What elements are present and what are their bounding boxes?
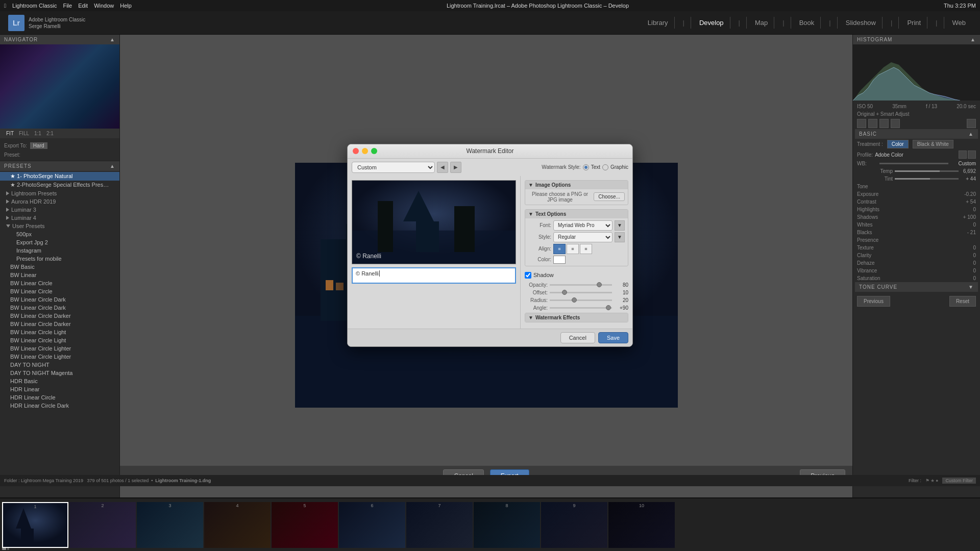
- text-options-header[interactable]: ▼ Text Options: [525, 210, 628, 218]
- align-right-btn[interactable]: ≡: [580, 244, 592, 254]
- filmstrip-thumb-5[interactable]: 5: [272, 502, 338, 548]
- histogram-header[interactable]: Histogram ▲: [853, 35, 980, 44]
- nav-fill[interactable]: FILL: [17, 130, 31, 137]
- preset-mobile[interactable]: Presets for mobile: [0, 255, 119, 263]
- tab-library[interactable]: Library: [642, 17, 675, 29]
- graphic-radio[interactable]: [602, 164, 608, 170]
- preset-item-natural[interactable]: ★ 1- PhotoSerge Natural: [0, 172, 119, 181]
- grid-icon[interactable]: [959, 151, 967, 159]
- nav-1to1[interactable]: 1:1: [32, 130, 43, 137]
- tint-slider[interactable]: [895, 178, 959, 180]
- style-dropdown-icon[interactable]: ▼: [615, 232, 625, 242]
- tab-develop[interactable]: Develop: [693, 17, 730, 29]
- view-icon-3[interactable]: [879, 119, 889, 128]
- preset-bwlc1[interactable]: BW Linear Circle: [0, 279, 119, 287]
- preset-500px[interactable]: 500px: [0, 230, 119, 238]
- radius-slider[interactable]: [550, 299, 612, 301]
- reset-button[interactable]: Reset: [949, 296, 976, 307]
- bw-btn[interactable]: Black & White: [913, 140, 953, 148]
- tab-book[interactable]: Book: [793, 17, 821, 29]
- preset-hdrlcd[interactable]: HDR Linear Circle Dark: [0, 402, 119, 410]
- filmstrip-thumb-7[interactable]: 7: [406, 502, 473, 548]
- minimize-button[interactable]: [362, 148, 368, 154]
- window-menu[interactable]: Window: [94, 3, 114, 9]
- preset-instagram[interactable]: Instagram: [0, 246, 119, 255]
- tab-map[interactable]: Map: [749, 17, 774, 29]
- filmstrip-thumb-3[interactable]: 3: [137, 502, 203, 548]
- filter-flag-icon[interactable]: ⚑: [925, 478, 929, 483]
- navigator-toggle[interactable]: ▲: [110, 37, 115, 42]
- preset-item-special[interactable]: ★ 2-PhotoSerge Special Effects Presets: [0, 181, 119, 189]
- apple-icon[interactable]: : [4, 3, 6, 9]
- app-name[interactable]: Lightroom Classic: [12, 3, 57, 9]
- navigator-header[interactable]: Navigator ▲: [0, 35, 119, 44]
- preset-bwlc2[interactable]: BW Linear Circle: [0, 287, 119, 295]
- preset-bwbasic[interactable]: BW Basic: [0, 263, 119, 271]
- nav-fit[interactable]: FIT: [4, 130, 16, 137]
- color-picker[interactable]: [553, 256, 566, 264]
- preset-bwlcl2[interactable]: BW Linear Circle Light: [0, 336, 119, 344]
- watermark-effects-header[interactable]: ▼ Watermark Effects: [525, 313, 628, 322]
- color-btn[interactable]: Color: [887, 140, 909, 148]
- choose-image-button[interactable]: Choose...: [594, 192, 625, 201]
- help-menu[interactable]: Help: [120, 3, 132, 9]
- list-icon[interactable]: [968, 151, 976, 159]
- preset-hdrlinear[interactable]: HDR Linear: [0, 385, 119, 393]
- filmstrip-thumb-2[interactable]: 2: [69, 502, 136, 548]
- filmstrip-thumb-9[interactable]: 9: [541, 502, 607, 548]
- custom-filter-btn[interactable]: Custom Filter: [942, 478, 976, 484]
- filter-color-icon[interactable]: ●: [936, 478, 938, 483]
- preset-dropdown[interactable]: Custom: [352, 162, 435, 173]
- tone-curve-header[interactable]: Tone Curve ▼: [855, 282, 978, 292]
- preset-bwlcl1[interactable]: BW Linear Circle Light: [0, 328, 119, 336]
- image-options-header[interactable]: ▼ Image Options: [525, 181, 628, 189]
- preset-d2n[interactable]: DAY TO NIGHT: [0, 361, 119, 369]
- font-select[interactable]: Myriad Web Pro: [553, 220, 612, 231]
- preset-exportjpg[interactable]: Export Jpg 2: [0, 238, 119, 246]
- shadow-checkbox[interactable]: [525, 272, 531, 279]
- presets-header[interactable]: Presets ▲: [0, 161, 119, 171]
- align-center-btn[interactable]: ≡: [567, 244, 579, 254]
- preset-bwlinear[interactable]: BW Linear: [0, 271, 119, 279]
- tab-slideshow[interactable]: Slideshow: [840, 17, 883, 29]
- opacity-slider[interactable]: [550, 284, 612, 286]
- filmstrip-thumb-8[interactable]: 8: [474, 502, 540, 548]
- tone-curve-toggle[interactable]: ▼: [968, 284, 974, 290]
- tab-print[interactable]: Print: [901, 17, 927, 29]
- view-icon-5[interactable]: [967, 119, 976, 128]
- preset-bwlcdr1[interactable]: BW Linear Circle Darker: [0, 312, 119, 320]
- text-radio[interactable]: [583, 164, 589, 170]
- preset-bwlclr2[interactable]: BW Linear Circle Lighter: [0, 353, 119, 361]
- filmstrip-thumb-10[interactable]: 10: [608, 502, 675, 548]
- next-arrow[interactable]: ▶: [450, 162, 461, 173]
- preset-group-aurora[interactable]: Aurora HDR 2019: [0, 197, 119, 206]
- preset-bwlcd1[interactable]: BW Linear Circle Dark: [0, 295, 119, 304]
- close-button[interactable]: [353, 148, 359, 154]
- view-icon-1[interactable]: [857, 119, 866, 128]
- angle-slider[interactable]: [550, 307, 612, 309]
- basic-toggle[interactable]: ▲: [968, 131, 974, 137]
- preset-group-luminar3[interactable]: Luminar 3: [0, 206, 119, 214]
- preset-group-user[interactable]: User Presets: [0, 222, 119, 230]
- preset-bwlcd2[interactable]: BW Linear Circle Dark: [0, 304, 119, 312]
- maximize-button[interactable]: [371, 148, 377, 154]
- presets-toggle[interactable]: ▲: [110, 163, 115, 169]
- basic-header[interactable]: Basic ▲: [855, 129, 978, 139]
- wb-slider[interactable]: [879, 163, 948, 164]
- align-left-btn[interactable]: ≡: [553, 244, 566, 254]
- preset-bwlclr1[interactable]: BW Linear Circle Lighter: [0, 344, 119, 353]
- edit-menu[interactable]: Edit: [78, 3, 88, 9]
- preset-bwlcdr2[interactable]: BW Linear Circle Darker: [0, 320, 119, 328]
- temp-slider[interactable]: [895, 170, 959, 172]
- filmstrip-thumb-6[interactable]: 6: [339, 502, 405, 548]
- save-button[interactable]: Save: [598, 332, 628, 343]
- histogram-toggle[interactable]: ▲: [970, 37, 976, 42]
- style-select[interactable]: Regular: [553, 232, 612, 242]
- view-icon-2[interactable]: [868, 119, 877, 128]
- offset-slider[interactable]: [550, 292, 612, 293]
- previous-button[interactable]: Previous: [857, 296, 890, 307]
- prev-arrow[interactable]: ◀: [437, 162, 448, 173]
- cancel-button[interactable]: Cancel: [560, 332, 595, 343]
- file-menu[interactable]: File: [63, 3, 72, 9]
- watermark-text-input[interactable]: © Ranelli: [352, 267, 516, 284]
